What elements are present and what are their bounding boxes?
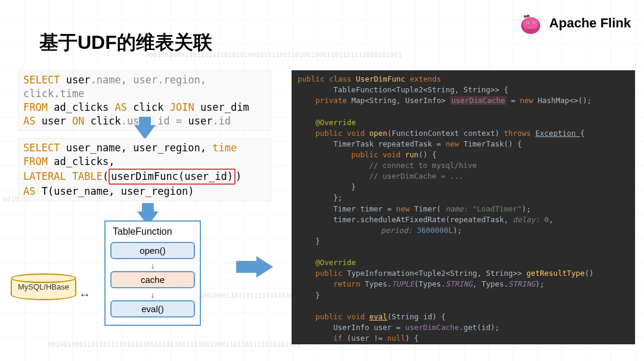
eval-method-box: eval(): [110, 300, 195, 318]
highlighted-udf: userDimFunc(user_id): [109, 169, 236, 185]
slide-title: 基于UDF的维表关联: [39, 30, 212, 56]
database-icon: MySQL/HBase: [11, 275, 76, 300]
open-method-box: open(): [110, 242, 195, 259]
flink-logo-icon: [518, 11, 543, 36]
sql-block-rewritten: SELECT user_name, user_region, time FROM…: [18, 138, 271, 201]
table-function-title: TableFunction: [110, 226, 195, 237]
java-code-block: public class UserDimFunc extends TableFu…: [292, 70, 635, 344]
database-label: MySQL/HBase: [11, 282, 76, 291]
cache-box: cache: [110, 271, 195, 288]
arrow-down-small-icon: ↓: [110, 291, 195, 299]
arrow-right-icon: [256, 256, 273, 278]
bidirectional-arrow-icon: ↔: [79, 288, 91, 301]
binary-decoration: 0010010001101101111010101001010110011010…: [48, 341, 301, 348]
arrow-down-icon: [134, 125, 156, 139]
svg-point-5: [533, 22, 534, 23]
header: Apache Flink: [518, 11, 631, 36]
table-function-box: TableFunction open() ↓ cache ↓ eval(): [104, 220, 201, 326]
brand-name: Apache Flink: [549, 15, 631, 31]
svg-point-1: [523, 17, 538, 30]
svg-point-4: [527, 22, 528, 23]
arrow-down-small-icon: ↓: [110, 262, 195, 270]
